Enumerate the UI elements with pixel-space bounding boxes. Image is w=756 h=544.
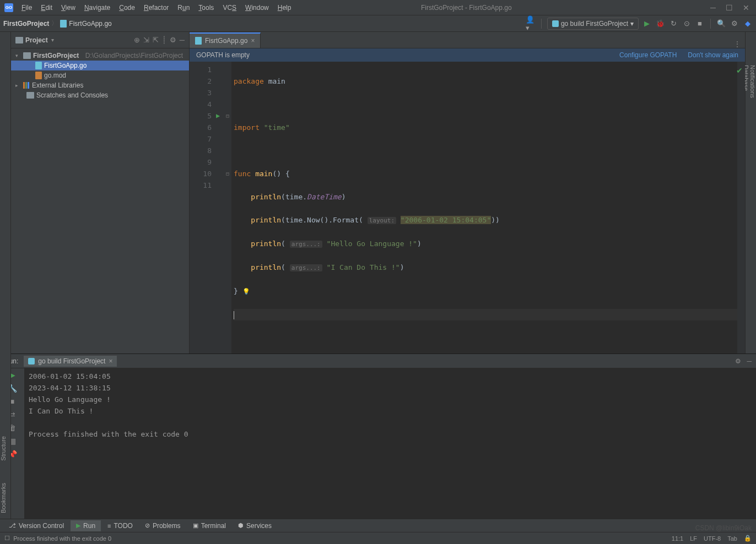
gear-icon[interactable]: ⚙ [735, 357, 741, 365]
root-name: FirstGoProject [33, 52, 79, 59]
folder-icon [23, 52, 31, 59]
editor-tab-menu[interactable]: ⋮ [730, 40, 745, 48]
tree-external-libs[interactable]: ▸ External Libraries [11, 80, 189, 90]
fold-open-icon[interactable]: ⊟ [226, 110, 231, 122]
menu-window[interactable]: Window [241, 2, 273, 14]
terminal-icon: ▣ [193, 522, 198, 529]
code-editor[interactable]: 1234567891011 ▶ ⊟ ⊟ package main import … [190, 62, 745, 353]
minimize-button[interactable]: ─ [710, 3, 716, 12]
code-text[interactable]: package main import "time" func main() {… [231, 62, 737, 353]
tree-root[interactable]: ▾ FirstGoProject D:\GolandProjects\First… [11, 51, 189, 61]
run-tab-label: go build FirstGoProject [38, 357, 105, 365]
select-opened-icon[interactable]: ⊕ [134, 36, 140, 44]
status-icon[interactable]: ☐ [4, 535, 10, 542]
profile-button[interactable]: ⊙ [682, 19, 692, 29]
breadcrumb-file[interactable]: FisrtGoApp.go [69, 20, 111, 28]
learn-icon[interactable]: ◆ [743, 19, 753, 29]
editor-area: FisrtGoApp.go × ⋮ GOPATH is empty Config… [190, 32, 745, 353]
menu-tools[interactable]: Tools [195, 2, 218, 14]
settings-icon[interactable]: ⚙ [730, 19, 739, 29]
tree-file-app[interactable]: FisrtGoApp.go [11, 61, 189, 70]
run-header: Run: go build FirstGoProject × ⚙ ─ [0, 354, 756, 368]
go-icon [552, 20, 559, 27]
root-path: D:\GolandProjects\FirstGoProject [85, 52, 183, 59]
status-bar: ☐ Process finished with the exit code 0 … [0, 532, 756, 544]
cursor-position[interactable]: 11:1 [672, 535, 683, 542]
ext-libs-label: External Libraries [32, 81, 83, 89]
menu-edit[interactable]: Edit [37, 2, 56, 14]
run-gutter-icon[interactable]: ▶ [216, 110, 226, 122]
tree-file-gomod[interactable]: go.mod [11, 70, 189, 80]
editor-tabs: FisrtGoApp.go × ⋮ [190, 32, 745, 48]
chevron-right-icon[interactable]: ▸ [15, 83, 21, 88]
separator [710, 19, 711, 29]
menu-run[interactable]: Run [174, 2, 193, 14]
file-label: FisrtGoApp.go [44, 62, 87, 69]
indent[interactable]: Tab [727, 535, 737, 542]
menu-vcs[interactable]: VCS [219, 2, 240, 14]
chevron-down-icon[interactable]: ▾ [51, 37, 54, 43]
inspection-ok-icon[interactable]: ✔ [736, 66, 743, 75]
menu-refactor[interactable]: Refactor [140, 2, 172, 14]
coverage-button[interactable]: ↻ [668, 19, 678, 29]
run-output[interactable]: 2006-01-02 15:04:05 2023-04-12 11:38:15 … [24, 368, 756, 519]
gear-icon[interactable]: ⚙ [170, 36, 176, 44]
editor-tab[interactable]: FisrtGoApp.go × [190, 32, 261, 48]
go-mod-icon [35, 72, 42, 79]
tree-scratches[interactable]: Scratches and Consoles [11, 90, 189, 100]
debug-button[interactable]: 🐞 [655, 19, 665, 29]
menu-view[interactable]: View [57, 2, 79, 14]
window-controls: ─ ☐ ✕ [704, 3, 756, 12]
tab-label: FisrtGoApp.go [205, 37, 247, 45]
search-icon[interactable]: 🔍 [716, 19, 726, 29]
run-button[interactable]: ▶ [642, 19, 652, 29]
menu-code[interactable]: Code [115, 2, 139, 14]
encoding[interactable]: UTF-8 [704, 535, 721, 542]
go-file-icon [195, 37, 202, 45]
close-button[interactable]: ✕ [743, 3, 749, 12]
menu-file[interactable]: File [18, 2, 36, 14]
fold-column: ⊟ ⊟ [226, 62, 231, 353]
hide-icon[interactable]: ─ [180, 36, 185, 44]
lock-icon[interactable]: 🔒 [744, 535, 752, 542]
tab-todo[interactable]: ≡TODO [102, 520, 138, 531]
scratches-label: Scratches and Consoles [36, 91, 108, 99]
chevron-down-icon[interactable]: ▾ [15, 53, 21, 58]
app-icon: GO [4, 3, 13, 12]
maximize-button[interactable]: ☐ [726, 3, 733, 12]
close-tab-icon[interactable]: × [251, 37, 255, 45]
left-tool-tabs-bottom: Structure Bookmarks [0, 33, 11, 519]
fold-close-icon[interactable]: ⊟ [226, 168, 231, 179]
tab-version-control[interactable]: ⎇Version Control [3, 520, 69, 531]
run-tab[interactable]: go build FirstGoProject × [24, 356, 117, 367]
hide-icon[interactable]: ─ [747, 357, 752, 365]
project-tree: ▾ FirstGoProject D:\GolandProjects\First… [11, 48, 189, 102]
go-file-icon [35, 62, 42, 69]
run-config-select[interactable]: go build FirstGoProject ▾ [547, 18, 639, 30]
configure-gopath-link[interactable]: Configure GOPATH [619, 51, 677, 59]
list-icon: ≡ [107, 523, 111, 529]
right-tab-notifications[interactable]: Notifications [749, 65, 756, 320]
close-icon[interactable]: × [109, 357, 112, 365]
left-tab-structure[interactable]: Structure [0, 436, 10, 461]
stop-button[interactable]: ■ [695, 19, 705, 29]
dont-show-again-link[interactable]: Don't show again [688, 51, 738, 59]
menu-navigate[interactable]: Navigate [80, 2, 114, 14]
breadcrumb-project[interactable]: FirstGoProject [3, 20, 49, 28]
tab-problems[interactable]: ⊘Problems [139, 520, 186, 531]
breadcrumb-separator: 〉 [51, 19, 58, 28]
menu-help[interactable]: Help [274, 2, 295, 14]
file-label: go.mod [44, 72, 66, 79]
left-tab-bookmarks[interactable]: Bookmarks [0, 483, 10, 513]
add-user-icon[interactable]: 👤▾ [526, 19, 536, 29]
go-file-icon [60, 20, 67, 28]
tab-terminal[interactable]: ▣Terminal [187, 520, 231, 531]
intention-bulb-icon[interactable]: 💡 [242, 288, 250, 295]
collapse-all-icon[interactable]: ⇱ [153, 36, 159, 44]
tab-services[interactable]: ⬢Services [233, 520, 277, 531]
line-ending[interactable]: LF [690, 535, 697, 542]
expand-all-icon[interactable]: ⇲ [143, 36, 149, 44]
caret [234, 311, 234, 319]
tab-run[interactable]: ▶Run [71, 520, 101, 531]
toolbar-right: 👤▾ go build FirstGoProject ▾ ▶ 🐞 ↻ ⊙ ■ 🔍… [526, 18, 753, 30]
